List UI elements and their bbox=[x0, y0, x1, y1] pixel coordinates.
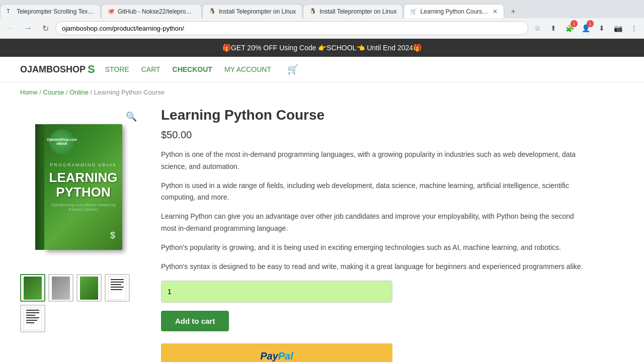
tab-title-4: Install Teleprompter on Linux bbox=[319, 8, 396, 15]
thumbnail-1[interactable] bbox=[20, 274, 45, 302]
thumbnail-2[interactable] bbox=[48, 274, 73, 302]
add-to-cart-button[interactable]: Add to cart bbox=[161, 311, 229, 331]
book-title: LEARNING PYTHON bbox=[49, 170, 118, 199]
tab-favicon-2: 🐙 bbox=[108, 8, 115, 15]
breadcrumb-home[interactable]: Home bbox=[20, 88, 38, 96]
book-dollar: $ bbox=[110, 230, 115, 241]
product-title: Learning Python Course bbox=[161, 107, 584, 123]
share-icon[interactable]: ⬆ bbox=[547, 22, 559, 34]
paypal-section: PayPal The safer, easier way to pay bbox=[161, 343, 584, 362]
book-title-line1: LEARNING bbox=[49, 170, 118, 185]
profile-badge: 1 bbox=[587, 20, 594, 27]
nav-checkout[interactable]: CHECKOUT bbox=[173, 65, 212, 73]
promo-banner: 🎁GET 20% OFF Using Code 👉SCHOOL👈 Until E… bbox=[0, 39, 644, 57]
book-front: OjamboShop.com eBook PROGRAMMING eBook L… bbox=[44, 124, 122, 250]
book-badge-text: OjamboShop.com eBook bbox=[47, 138, 77, 146]
nav-myaccount[interactable]: MY ACCOUNT bbox=[224, 65, 271, 73]
breadcrumb-online[interactable]: Online bbox=[69, 88, 89, 96]
product-description: Python is one of the most in-demand prog… bbox=[161, 149, 584, 273]
product-price: $50.00 bbox=[161, 129, 584, 141]
screenshot-icon[interactable]: 📷 bbox=[612, 22, 624, 34]
download-icon[interactable]: ⬇ bbox=[596, 22, 608, 34]
logo-icon: S bbox=[88, 63, 95, 76]
thumb-image-2 bbox=[52, 277, 70, 300]
forward-button[interactable]: → bbox=[21, 21, 35, 35]
nav-store[interactable]: STORE bbox=[105, 65, 129, 73]
browser-tab-2[interactable]: 🐙 GitHub - Nokse22/telepromp... bbox=[101, 4, 202, 18]
nav-cart[interactable]: CART bbox=[141, 65, 160, 73]
thumb-image-4 bbox=[108, 277, 126, 300]
thumb-image-1 bbox=[24, 277, 42, 300]
extensions-badge: 1 bbox=[571, 20, 578, 27]
thumb-image-3 bbox=[80, 277, 98, 300]
paypal-logo: PayPal bbox=[260, 350, 293, 362]
browser-tabs: T Teleprompter Scrolling Text By [ 🐙 Git… bbox=[0, 0, 644, 18]
book-title-line2: PYTHON bbox=[49, 185, 118, 200]
book-subtitle: OjamboShop.com eBook created by Edward O… bbox=[49, 203, 117, 212]
desc-para-4: Python's popularity is growing, and it i… bbox=[161, 242, 584, 254]
desc-para-1: Python is one of the most in-demand prog… bbox=[161, 149, 584, 173]
thumbnail-3[interactable] bbox=[76, 274, 102, 302]
breadcrumb-sep-1: / bbox=[39, 88, 43, 96]
paypal-button[interactable]: PayPal bbox=[161, 343, 392, 362]
tab-favicon-3: 🐧 bbox=[209, 8, 216, 15]
tab-favicon-1: T bbox=[7, 8, 14, 15]
book-top-text: PROGRAMMING eBook bbox=[50, 162, 116, 167]
tab-favicon-5: 🛒 bbox=[410, 8, 417, 15]
desc-para-5: Python's syntax is designed to be easy t… bbox=[161, 261, 584, 273]
nav-links: STORE CART CHECKOUT MY ACCOUNT 🛒 bbox=[105, 64, 298, 75]
profile-icon[interactable]: 👤 1 bbox=[580, 22, 592, 34]
quantity-input[interactable] bbox=[161, 281, 392, 303]
product-thumbnails bbox=[20, 274, 141, 332]
desc-para-3: Learning Python can give you an advantag… bbox=[161, 211, 584, 235]
breadcrumb-current: Learning Python Course bbox=[94, 88, 165, 96]
breadcrumb: Home / Course / Online / Learning Python… bbox=[0, 82, 644, 102]
tab-title-1: Teleprompter Scrolling Text By [ bbox=[17, 8, 94, 15]
browser-toolbar: ← → ↻ ojamboshop.com/product/learning-py… bbox=[0, 18, 644, 38]
site-logo[interactable]: OJAMBOSHOP S bbox=[20, 63, 95, 76]
address-bar[interactable]: ojamboshop.com/product/learning-python/ bbox=[55, 21, 528, 35]
desc-para-2: Python is used in a wide range of fields… bbox=[161, 180, 584, 204]
thumb-image-5 bbox=[24, 307, 42, 330]
bookmark-icon[interactable]: ☆ bbox=[531, 22, 543, 34]
main-product-image: OjamboShop.com eBook PROGRAMMING eBook L… bbox=[20, 107, 141, 268]
back-button[interactable]: ← bbox=[4, 21, 18, 35]
thumbnail-5[interactable] bbox=[20, 305, 45, 332]
book-badge: OjamboShop.com eBook bbox=[49, 129, 74, 154]
quantity-wrapper bbox=[161, 281, 584, 303]
tab-title-5: Learning Python Course - C... bbox=[420, 8, 490, 15]
site-navigation: OJAMBOSHOP S STORE CART CHECKOUT MY ACCO… bbox=[0, 57, 644, 82]
tab-favicon-4: 🐧 bbox=[309, 8, 316, 15]
cart-icon[interactable]: 🛒 bbox=[287, 64, 298, 75]
product-details: Learning Python Course $50.00 Python is … bbox=[161, 107, 584, 362]
product-page: 🔍 OjamboShop.com eBook PROGRAMMING eBook… bbox=[0, 102, 604, 362]
tab-title-3: Install Teleprompter on Linux bbox=[219, 8, 296, 15]
zoom-icon[interactable]: 🔍 bbox=[126, 111, 137, 122]
reload-button[interactable]: ↻ bbox=[38, 21, 52, 35]
extensions-icon[interactable]: 🧩 1 bbox=[564, 22, 576, 34]
main-image-wrapper: 🔍 OjamboShop.com eBook PROGRAMMING eBook… bbox=[20, 107, 141, 268]
promo-text: 🎁GET 20% OFF Using Code 👉SCHOOL👈 Until E… bbox=[222, 44, 422, 52]
tab-close-5[interactable]: ✕ bbox=[493, 8, 498, 15]
logo-text: OJAMBOSHOP bbox=[20, 64, 86, 75]
browser-chrome: T Teleprompter Scrolling Text By [ 🐙 Git… bbox=[0, 0, 644, 39]
browser-tab-4[interactable]: 🐧 Install Teleprompter on Linux bbox=[303, 4, 403, 18]
address-input[interactable]: ojamboshop.com/product/learning-python/ bbox=[62, 25, 522, 32]
tab-title-2: GitHub - Nokse22/telepromp... bbox=[118, 8, 195, 15]
toolbar-icons: ☆ ⬆ 🧩 1 👤 1 ⬇ 📷 ⋮ bbox=[531, 22, 640, 34]
menu-icon[interactable]: ⋮ bbox=[628, 22, 640, 34]
book-spine bbox=[35, 124, 44, 250]
book-3d: OjamboShop.com eBook PROGRAMMING eBook L… bbox=[35, 122, 126, 253]
browser-tab-3[interactable]: 🐧 Install Teleprompter on Linux bbox=[202, 4, 302, 18]
new-tab-button[interactable]: + bbox=[507, 5, 519, 18]
breadcrumb-sep-3: / bbox=[91, 88, 94, 96]
breadcrumb-course[interactable]: Course bbox=[43, 88, 64, 96]
browser-tab-1[interactable]: T Teleprompter Scrolling Text By [ bbox=[0, 4, 101, 18]
product-images: 🔍 OjamboShop.com eBook PROGRAMMING eBook… bbox=[20, 107, 141, 362]
browser-tab-5[interactable]: 🛒 Learning Python Course - C... ✕ bbox=[404, 4, 504, 18]
thumbnail-4[interactable] bbox=[105, 274, 130, 302]
